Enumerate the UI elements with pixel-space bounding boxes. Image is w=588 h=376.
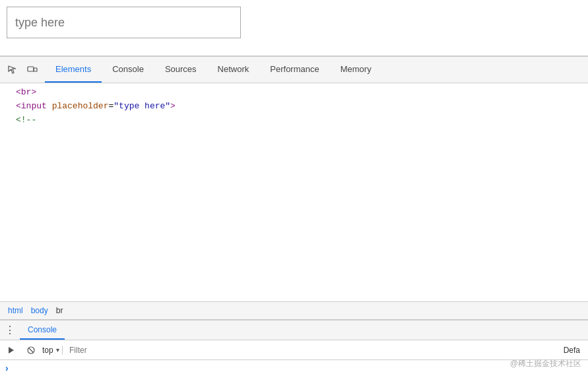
devtools-toolbar: Elements Console Sources Network Perform… <box>0 57 588 83</box>
html-line-br: <br> <box>5 86 583 100</box>
console-context-dropdown[interactable]: top <box>42 346 64 355</box>
html-line-input: <input placeholder="type here"> <box>5 100 583 114</box>
console-input-area: › <box>0 360 588 376</box>
devtools-panel: Elements Console Sources Network Perform… <box>0 56 588 376</box>
console-filter-input[interactable] <box>67 344 556 356</box>
tab-elements[interactable]: Elements <box>45 57 102 83</box>
console-context-select[interactable]: top ▾ <box>42 346 59 355</box>
console-default-levels[interactable]: Defa <box>558 346 585 355</box>
html-line-comment: <!-- <box>5 114 583 128</box>
breadcrumb-body[interactable]: body <box>28 305 51 317</box>
console-clear-icon[interactable] <box>22 342 40 359</box>
svg-marker-2 <box>9 347 14 354</box>
drawer-more-button[interactable]: ⋮ <box>0 320 20 340</box>
device-toolbar-icon[interactable] <box>22 60 42 80</box>
tab-memory[interactable]: Memory <box>330 57 382 83</box>
console-prompt-icon: › <box>5 363 9 373</box>
svg-line-4 <box>29 348 34 352</box>
devtools-tabs: Elements Console Sources Network Perform… <box>45 57 382 83</box>
demo-input[interactable] <box>7 7 241 38</box>
elements-content: <br> <input placeholder="type here"> <!-… <box>0 83 588 301</box>
breadcrumb: html body br <box>0 301 588 320</box>
watermark: @稀土掘金技术社区 <box>510 358 581 369</box>
inspect-element-icon[interactable] <box>3 60 22 80</box>
console-drawer-tab-bar: ⋮ Console <box>0 320 588 340</box>
svg-rect-0 <box>28 67 34 71</box>
webpage-preview-area <box>0 0 588 56</box>
breadcrumb-br[interactable]: br <box>53 305 66 317</box>
svg-rect-1 <box>34 68 37 71</box>
console-context-select-wrapper: top ▾ <box>42 346 63 355</box>
breadcrumb-html[interactable]: html <box>5 305 26 317</box>
elements-panel: <br> <input placeholder="type here"> <!-… <box>0 83 588 320</box>
tab-sources[interactable]: Sources <box>154 57 207 83</box>
tab-performance[interactable]: Performance <box>259 57 329 83</box>
console-drawer: ⋮ Console <box>0 320 588 376</box>
console-toolbar: top ▾ Defa <box>0 340 588 360</box>
console-execute-icon[interactable] <box>3 342 20 359</box>
tab-network[interactable]: Network <box>207 57 260 83</box>
tab-console[interactable]: Console <box>102 57 154 83</box>
drawer-tab-console[interactable]: Console <box>20 320 65 340</box>
